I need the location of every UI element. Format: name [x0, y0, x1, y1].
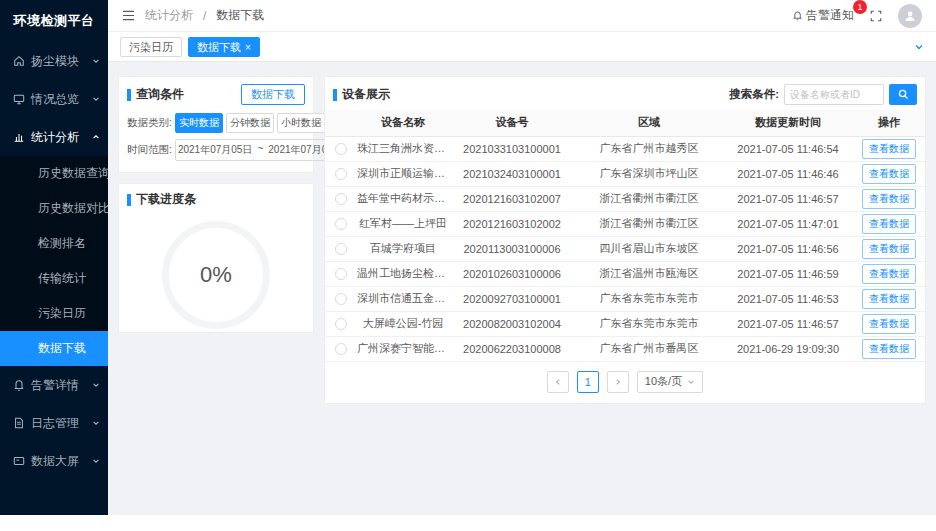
- topbar-actions: 告警通知 1: [792, 4, 922, 28]
- prev-page-button[interactable]: [547, 371, 569, 393]
- search-label: 搜索条件:: [729, 87, 779, 102]
- device-region: 浙江省衢州市衢江区: [575, 211, 723, 236]
- device-panel-header: 设备展示 搜索条件:: [325, 77, 925, 110]
- device-no: 2020121603102007: [449, 186, 575, 211]
- col-action: 操作: [853, 110, 925, 136]
- row-radio[interactable]: [335, 168, 347, 180]
- view-data-button[interactable]: 查看数据: [862, 164, 916, 184]
- device-name: 广州深赛宁智能设备有限公司: [357, 336, 449, 361]
- view-data-button[interactable]: 查看数据: [862, 239, 916, 259]
- query-panel-header: 查询条件 数据下载: [119, 77, 313, 110]
- chevron-down-icon: [92, 57, 100, 65]
- bar-chart-icon: [13, 131, 25, 143]
- tab-data-download[interactable]: 数据下载×: [188, 37, 260, 57]
- sidebar-item-statistics[interactable]: 统计分析: [0, 118, 108, 156]
- view-data-button[interactable]: 查看数据: [862, 314, 916, 334]
- table-header-row: 设备名称 设备号 区域 数据更新时间 操作: [325, 110, 925, 136]
- user-avatar[interactable]: [898, 4, 922, 28]
- bottom-strip: [0, 515, 936, 531]
- row-radio[interactable]: [335, 318, 347, 330]
- sidebar-item-label: 情况总览: [31, 91, 79, 108]
- sidebar-fold-icon[interactable]: [122, 10, 135, 21]
- date-start: 2021年07月05日: [178, 143, 253, 157]
- alarm-notification-button[interactable]: 告警通知 1: [792, 7, 854, 24]
- view-data-button[interactable]: 查看数据: [862, 264, 916, 284]
- progress-percent: 0%: [200, 262, 232, 288]
- device-updated: 2021-07-05 11:46:59: [723, 261, 853, 286]
- device-no: 2020113003100006: [449, 236, 575, 261]
- search-icon: [898, 89, 909, 100]
- page-size-value: 10条/页: [645, 374, 682, 389]
- view-data-button[interactable]: 查看数据: [862, 339, 916, 359]
- data-type-realtime-button[interactable]: 实时数据: [175, 113, 223, 133]
- next-page-button[interactable]: [607, 371, 629, 393]
- page-number[interactable]: 1: [577, 371, 599, 393]
- sidebar-item-detection-rank[interactable]: 检测排名: [0, 226, 108, 261]
- device-no: 2020082003102004: [449, 311, 575, 336]
- breadcrumb-separator: /: [203, 9, 206, 23]
- sidebar-item-data-screen[interactable]: 数据大屏: [0, 442, 108, 480]
- panel-title: 下载进度条: [136, 191, 196, 208]
- table-row: 深圳市信通五金设备有限公司 2020092703100001 广东省东莞市东莞市…: [325, 286, 925, 311]
- row-radio[interactable]: [335, 268, 347, 280]
- col-region: 区域: [575, 110, 723, 136]
- breadcrumb-current: 数据下载: [216, 7, 264, 24]
- app-window: 环境检测平台 扬尘模块 情况总览: [0, 0, 936, 515]
- tabbar-chevron-down-icon[interactable]: [914, 42, 924, 52]
- fullscreen-icon[interactable]: [870, 10, 882, 22]
- col-device-no: 设备号: [449, 110, 575, 136]
- top-header: 统计分析 / 数据下载 告警通知 1: [108, 0, 936, 32]
- progress-panel-header: 下载进度条: [119, 184, 313, 213]
- search-input[interactable]: [784, 84, 884, 105]
- view-data-button[interactable]: 查看数据: [862, 139, 916, 159]
- chevron-up-icon: [92, 133, 100, 141]
- sidebar-item-label: 数据大屏: [31, 453, 79, 470]
- date-range-picker[interactable]: 2021年07月05日 ~ 2021年07月05日: [175, 139, 346, 161]
- col-device-name: 设备名称: [357, 110, 449, 136]
- device-region: 广东省广州市番禺区: [575, 336, 723, 361]
- row-radio[interactable]: [335, 143, 347, 155]
- notification-badge: 1: [853, 0, 867, 14]
- sidebar-item-log-management[interactable]: 日志管理: [0, 404, 108, 442]
- breadcrumb-section[interactable]: 统计分析: [145, 7, 193, 24]
- device-region: 广东省深圳市坪山区: [575, 161, 723, 186]
- sidebar-item-label: 告警详情: [31, 377, 79, 394]
- sidebar-item-alarm-detail[interactable]: 告警详情: [0, 366, 108, 404]
- table-row: 广州深赛宁智能设备有限公司 2020062203100008 广东省广州市番禺区…: [325, 336, 925, 361]
- device-updated: 2021-07-05 11:47:01: [723, 211, 853, 236]
- device-region: 广东省东莞市东莞市: [575, 311, 723, 336]
- sidebar-item-data-download[interactable]: 数据下载: [0, 331, 108, 366]
- content-area: 查询条件 数据下载 数据类别: 实时数据 分钟数据 小时数据 日均数据 时间范围…: [108, 62, 936, 515]
- row-radio[interactable]: [335, 243, 347, 255]
- sidebar-item-transfer-stats[interactable]: 传输统计: [0, 261, 108, 296]
- sidebar-item-history-query[interactable]: 历史数据查询: [0, 156, 108, 191]
- chevron-down-icon: [92, 419, 100, 427]
- panel-title: 查询条件: [136, 86, 184, 103]
- table-row: 益年堂中药材示范基地 2020121603102007 浙江省衢州市衢江区 20…: [325, 186, 925, 211]
- page-size-select[interactable]: 10条/页: [637, 371, 703, 393]
- data-download-button[interactable]: 数据下载: [241, 84, 305, 105]
- sidebar-item-pollution-calendar[interactable]: 污染日历: [0, 296, 108, 331]
- data-type-minute-button[interactable]: 分钟数据: [226, 113, 274, 133]
- tab-pollution-calendar[interactable]: 污染日历: [120, 37, 182, 57]
- view-data-button[interactable]: 查看数据: [862, 214, 916, 234]
- sidebar-item-overview[interactable]: 情况总览: [0, 80, 108, 118]
- table-row: 百城学府项目 2020113003100006 四川省眉山市东坡区 2021-0…: [325, 236, 925, 261]
- row-radio[interactable]: [335, 193, 347, 205]
- monitor-icon: [13, 93, 25, 105]
- sidebar-item-label: 统计分析: [31, 129, 79, 146]
- device-region: 广东省东莞市东莞市: [575, 286, 723, 311]
- row-radio[interactable]: [335, 343, 347, 355]
- data-type-hour-button[interactable]: 小时数据: [277, 113, 325, 133]
- data-type-label: 数据类别:: [127, 116, 172, 130]
- tab-close-icon[interactable]: ×: [245, 42, 251, 53]
- sidebar-item-history-compare[interactable]: 历史数据对比: [0, 191, 108, 226]
- sidebar-item-dust-module[interactable]: 扬尘模块: [0, 42, 108, 80]
- row-radio[interactable]: [335, 218, 347, 230]
- view-data-button[interactable]: 查看数据: [862, 189, 916, 209]
- device-name: 深圳市正顺运输有限公司: [357, 161, 449, 186]
- table-row: 深圳市正顺运输有限公司 2021032403100001 广东省深圳市坪山区 2…: [325, 161, 925, 186]
- view-data-button[interactable]: 查看数据: [862, 289, 916, 309]
- search-button[interactable]: [889, 84, 917, 105]
- row-radio[interactable]: [335, 293, 347, 305]
